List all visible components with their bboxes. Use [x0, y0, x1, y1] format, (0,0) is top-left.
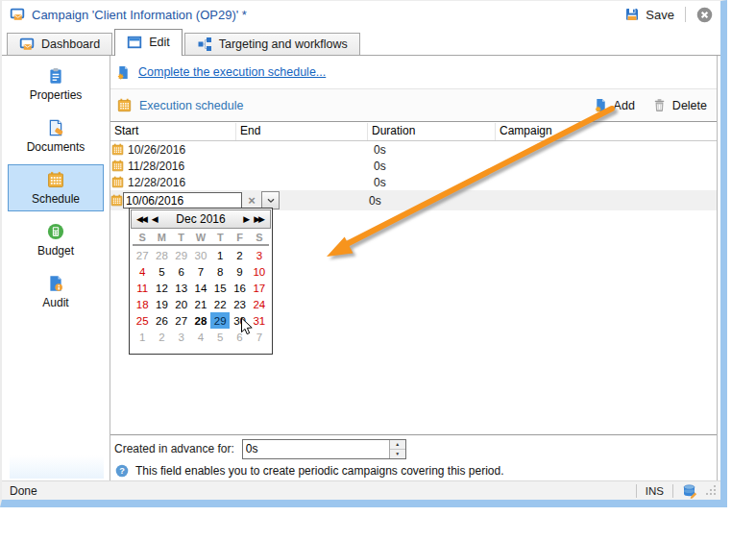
- calendar-day[interactable]: 16: [230, 280, 249, 296]
- tab-targeting-and-workflows[interactable]: Targeting and workflows: [184, 33, 360, 55]
- calendar-day[interactable]: 1: [133, 329, 152, 345]
- tab-strip: DashboardEditTargeting and workflows: [2, 28, 720, 56]
- column-header-end[interactable]: End: [236, 123, 368, 140]
- database-icon: [682, 483, 697, 499]
- date-edit-input[interactable]: [123, 192, 242, 209]
- calendar-day[interactable]: 12: [152, 280, 171, 296]
- calendar-day[interactable]: 17: [250, 280, 269, 296]
- cell-start: 12/28/2016: [110, 176, 236, 189]
- calendar-day[interactable]: 9: [230, 263, 249, 280]
- calendar-day[interactable]: 20: [172, 296, 191, 312]
- calendar-day[interactable]: 2: [152, 329, 171, 345]
- calendar-day[interactable]: 24: [250, 296, 269, 312]
- calendar-day[interactable]: 10: [250, 263, 269, 280]
- calendar-day[interactable]: 14: [191, 280, 210, 296]
- delete-button[interactable]: Delete: [652, 98, 707, 112]
- sidebar-item-label: Documents: [27, 140, 85, 154]
- sidebar-item-label: Budget: [37, 244, 74, 258]
- calendar-day[interactable]: 28: [191, 312, 210, 329]
- calendar-day[interactable]: 25: [133, 312, 152, 329]
- complete-schedule-link[interactable]: Complete the execution schedule...: [138, 65, 326, 79]
- calendar-day[interactable]: 18: [133, 296, 152, 312]
- table-row[interactable]: 12/28/20160s: [110, 174, 717, 190]
- next-year-icon[interactable]: ▶▶: [254, 215, 263, 224]
- advance-label: Created in advance for:: [114, 442, 234, 455]
- tab-label: Targeting and workflows: [219, 37, 348, 51]
- calendar-day[interactable]: 8: [210, 263, 230, 280]
- info-text: This field enables you to create periodi…: [135, 464, 504, 478]
- help-icon: ?: [115, 464, 129, 478]
- tab-dashboard[interactable]: Dashboard: [7, 33, 112, 55]
- spinner-down-button[interactable]: ▼: [390, 450, 405, 458]
- sidebar-item-schedule[interactable]: Schedule: [8, 164, 104, 211]
- calendar-day[interactable]: 23: [230, 296, 249, 312]
- calendar-day[interactable]: 6: [230, 329, 249, 345]
- calendar-day[interactable]: 5: [210, 329, 230, 345]
- calendar-day[interactable]: 22: [210, 296, 230, 312]
- delete-icon: [652, 98, 667, 112]
- calendar-day[interactable]: 21: [191, 296, 210, 312]
- calendar-day[interactable]: 27: [172, 312, 191, 329]
- calendar-day[interactable]: 6: [172, 263, 191, 280]
- calendar-divider: [133, 244, 269, 246]
- calendar-day[interactable]: 2: [230, 247, 249, 263]
- weekday-label: S: [250, 232, 269, 243]
- prev-year-icon[interactable]: ◀◀: [136, 215, 146, 224]
- campaign-window: Campaign 'Client Information (OP29)' * S…: [0, 0, 727, 507]
- calendar-day[interactable]: 27: [133, 247, 152, 263]
- tab-label: Edit: [149, 36, 170, 49]
- save-button[interactable]: Save: [624, 7, 674, 22]
- calendar-day[interactable]: 4: [133, 263, 152, 280]
- save-icon: [624, 7, 640, 22]
- tab-label: Dashboard: [41, 37, 100, 51]
- add-button[interactable]: Add: [594, 98, 635, 112]
- created-in-advance-row: Created in advance for: ▲ ▼: [114, 438, 406, 459]
- cell-start: 10/26/2016: [110, 143, 236, 157]
- calendar-day[interactable]: 3: [250, 247, 269, 263]
- spinner-up-button[interactable]: ▲: [390, 440, 405, 450]
- clear-date-icon[interactable]: ×: [242, 193, 261, 208]
- statusbar-separator: [636, 484, 637, 498]
- calendar-day[interactable]: 11: [133, 280, 152, 296]
- column-header-campaign[interactable]: Campaign: [496, 123, 717, 140]
- column-header-start[interactable]: Start: [110, 123, 236, 140]
- tab-edit[interactable]: Edit: [114, 29, 183, 56]
- calendar-day[interactable]: 5: [152, 263, 171, 280]
- status-bar: Done INS: [2, 480, 720, 500]
- info-row: ? This field enables you to create perio…: [115, 464, 504, 478]
- calendar-day[interactable]: 4: [191, 329, 210, 345]
- calendar-day[interactable]: 7: [250, 329, 269, 345]
- schedule-icon: [47, 171, 64, 188]
- sidebar-item-audit[interactable]: Audit: [8, 268, 104, 315]
- calendar-day[interactable]: 29: [172, 247, 191, 263]
- sidebar-item-properties[interactable]: Properties: [8, 61, 104, 108]
- sidebar-item-documents[interactable]: Documents: [8, 112, 104, 160]
- column-header-duration[interactable]: Duration: [368, 123, 496, 140]
- calendar-day[interactable]: 19: [152, 296, 171, 312]
- table-row[interactable]: 10/26/20160s: [110, 141, 717, 158]
- calendar-day-selected[interactable]: 29: [210, 312, 230, 329]
- close-icon[interactable]: [696, 7, 713, 23]
- calendar-day[interactable]: 3: [172, 329, 191, 345]
- calendar-day[interactable]: 1: [210, 247, 230, 263]
- calendar-month-title: Dec 2016: [159, 212, 243, 226]
- next-month-icon[interactable]: ▶: [243, 215, 250, 224]
- documents-icon: [47, 119, 64, 136]
- calendar-day[interactable]: 30: [230, 312, 249, 329]
- start-date: 12/28/2016: [128, 176, 185, 189]
- advance-input[interactable]: [243, 440, 389, 458]
- calendar-day[interactable]: 28: [152, 247, 171, 263]
- calendar-day[interactable]: 15: [210, 280, 230, 296]
- calendar-day[interactable]: 31: [250, 312, 269, 329]
- prev-month-icon[interactable]: ◀: [152, 215, 159, 224]
- execution-schedule-toolbar: Execution schedule Add Delete: [110, 88, 717, 122]
- start-date: 10/26/2016: [128, 143, 185, 157]
- table-row[interactable]: 11/28/20160s: [110, 158, 717, 174]
- calendar-day[interactable]: 26: [152, 312, 171, 329]
- calendar-day[interactable]: 13: [172, 280, 191, 296]
- sidebar-item-budget[interactable]: Budget: [8, 216, 104, 263]
- resize-grip[interactable]: [706, 485, 717, 496]
- table-body: 10/26/20160s11/28/20160s12/28/20160s×0s: [110, 141, 717, 210]
- calendar-day[interactable]: 7: [191, 263, 210, 280]
- calendar-day[interactable]: 30: [191, 247, 210, 263]
